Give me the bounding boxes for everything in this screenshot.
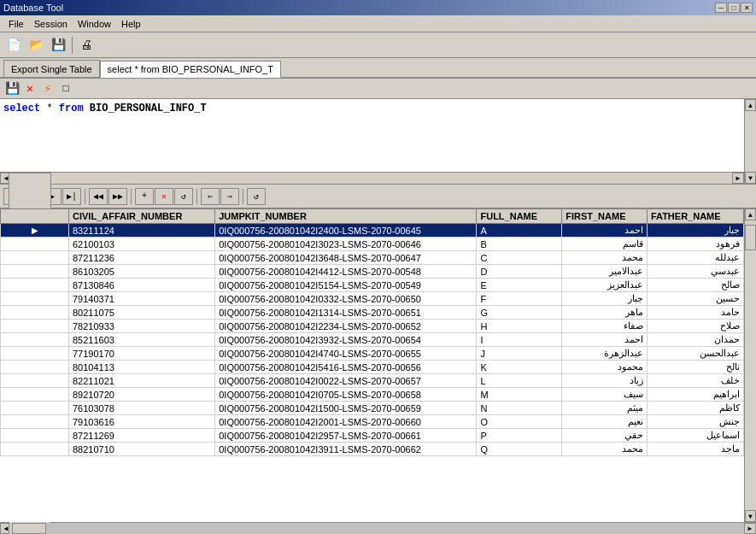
tab-export-single[interactable]: Export Single Table [3, 60, 100, 77]
table-row[interactable]: 822110210IQ000756-200801042I0022-LSMS-20… [1, 374, 744, 388]
table-row[interactable]: 861032050IQ000756-200801042I4412-LSMS-20… [1, 265, 744, 279]
nav-scroll-right-btn[interactable]: ⇒ [220, 188, 239, 205]
father-name-cell: حامد [647, 306, 743, 320]
table-row[interactable]: 771901700IQ000756-200801042I4740-LSMS-20… [1, 347, 744, 361]
civil-affair-cell: 85211603 [69, 333, 215, 347]
civil-affair-cell: 87211269 [69, 429, 215, 443]
nav-fast-next-btn[interactable]: ▶▶ [108, 188, 127, 205]
vscroll-up-btn[interactable]: ▲ [745, 208, 756, 220]
close-button[interactable]: ✕ [741, 3, 753, 13]
nav-add-btn[interactable]: + [135, 188, 154, 205]
nav-fast-prev-btn[interactable]: ◀◀ [89, 188, 108, 205]
table-row[interactable]: 801041130IQ000756-200801042I5416-LSMS-20… [1, 361, 744, 374]
full-name-cell: O [477, 415, 562, 429]
print-button[interactable]: 🖨 [76, 36, 97, 55]
col-first-name[interactable]: FIRST_NAME [562, 209, 648, 224]
hscroll-right-btn[interactable]: ▶ [732, 173, 744, 184]
vscroll-thumb[interactable] [745, 225, 756, 250]
nav-last-btn[interactable]: ▶| [62, 188, 81, 205]
table-row[interactable]: 872112690IQ000756-200801042I2957-LSMS-20… [1, 429, 744, 443]
father-name-cell: جبار [647, 224, 743, 238]
table-row[interactable]: 761030780IQ000756-200801042I1500-LSMS-20… [1, 402, 744, 415]
full-name-cell: J [477, 347, 562, 361]
qvscroll-track [745, 111, 756, 172]
father-name-cell: نالح [647, 361, 743, 374]
hscroll-right-btn[interactable]: ▶ [744, 523, 756, 534]
menu-help[interactable]: Help [116, 17, 146, 31]
father-name-cell: ابراهيم [647, 388, 743, 402]
first-name-cell: قاسم [562, 238, 648, 251]
col-jumpkit[interactable]: JUMPKIT_NUMBER [215, 209, 477, 224]
row-indicator [1, 306, 69, 320]
first-name-cell: زياد [562, 374, 648, 388]
qvscroll-down-btn[interactable]: ▼ [745, 172, 756, 184]
tab-query[interactable]: select * from BIO_PERSONAL_INFO_T [100, 61, 281, 78]
query-editor-area: select * from BIO_PERSONAL_INFO_T ◀ ▶ ▲ … [0, 99, 756, 185]
jumpkit-cell: 0IQ000756-200801042I3023-LSMS-2070-00646 [215, 238, 477, 251]
table-row[interactable]: ▶832111240IQ000756-200801042I2400-LSMS-2… [1, 224, 744, 238]
full-name-cell: E [477, 279, 562, 292]
father-name-cell: عبدالحسن [647, 347, 743, 361]
menu-file[interactable]: File [3, 17, 29, 31]
jumpkit-cell: 0IQ000756-200801042I2001-LSMS-2070-00660 [215, 415, 477, 429]
table-row[interactable]: 882107100IQ000756-200801042I3911-LSMS-20… [1, 443, 744, 456]
vscroll-down-btn[interactable]: ▼ [745, 510, 756, 522]
full-name-cell: C [477, 251, 562, 265]
open-button[interactable]: 📂 [26, 36, 46, 55]
save-button[interactable]: 💾 [48, 36, 68, 55]
row-indicator [1, 347, 69, 361]
ed-cancel-btn[interactable]: ✕ [21, 81, 38, 97]
menu-window[interactable]: Window [73, 17, 116, 31]
vscroll-track [745, 220, 756, 510]
table-row[interactable]: 871308460IQ000756-200801042I5154-LSMS-20… [1, 279, 744, 292]
row-indicator [1, 333, 69, 347]
table-row[interactable]: 872112360IQ000756-200801042I3648-LSMS-20… [1, 251, 744, 265]
first-name-cell: ماهر [562, 306, 648, 320]
row-indicator [1, 361, 69, 374]
qvscroll-up-btn[interactable]: ▲ [745, 99, 756, 111]
jumpkit-cell: 0IQ000756-200801042I3932-LSMS-2070-00654 [215, 333, 477, 347]
query-hscroll: ◀ ▶ [0, 172, 744, 184]
nav-scroll-left-btn[interactable]: ⇐ [201, 188, 220, 205]
nav-refresh-btn[interactable]: ↺ [174, 188, 193, 205]
nav-extra-btn[interactable]: ↺ [247, 188, 266, 205]
menu-session[interactable]: Session [29, 17, 73, 31]
first-name-cell: عبدالزهرة [562, 347, 648, 361]
hscroll-thumb[interactable] [12, 523, 46, 534]
tab-bar: Export Single Table select * from BIO_PE… [0, 58, 756, 79]
table-row[interactable]: 791403710IQ000756-200801042I0332-LSMS-20… [1, 292, 744, 306]
query-editor[interactable]: select * from BIO_PERSONAL_INFO_T [0, 99, 744, 172]
full-name-cell: D [477, 265, 562, 279]
table-row[interactable]: 791036160IQ000756-200801042I2001-LSMS-20… [1, 415, 744, 429]
first-name-cell: عبدالامير [562, 265, 648, 279]
table-row[interactable]: 621001030IQ000756-200801042I3023-LSMS-20… [1, 238, 744, 251]
nav-delete-btn[interactable]: ✕ [155, 188, 173, 205]
maximize-button[interactable]: □ [728, 3, 740, 13]
hscroll-track[interactable] [12, 523, 744, 534]
civil-affair-cell: 87130846 [69, 279, 215, 292]
table-row[interactable]: 892107200IQ000756-200801042I0705-LSMS-20… [1, 388, 744, 402]
col-civil-affair[interactable]: CIVIL_AFFAIR_NUMBER [69, 209, 215, 224]
data-grid-container[interactable]: CIVIL_AFFAIR_NUMBER JUMPKIT_NUMBER FULL_… [0, 208, 744, 522]
father-name-cell: كاظم [647, 402, 743, 415]
jumpkit-cell: 0IQ000756-200801042I1314-LSMS-2070-00651 [215, 306, 477, 320]
row-indicator: ▶ [1, 224, 69, 238]
jumpkit-cell: 0IQ000756-200801042I1500-LSMS-2070-00659 [215, 402, 477, 415]
first-name-cell: محمد [562, 443, 648, 456]
hscroll-track[interactable] [12, 173, 732, 184]
ed-save-btn[interactable]: 💾 [3, 81, 21, 97]
father-name-cell: حسين [647, 292, 743, 306]
title-bar: Database Tool ─ □ ✕ [0, 0, 756, 15]
new-button[interactable]: 📄 [3, 36, 24, 55]
nav-sep2 [131, 189, 132, 204]
ed-run-btn[interactable]: ⚡ [39, 81, 56, 97]
col-father-name[interactable]: FATHER_NAME [647, 209, 743, 224]
full-name-cell: G [477, 306, 562, 320]
table-row[interactable]: 782109330IQ000756-200801042I2234-LSMS-20… [1, 320, 744, 333]
vertical-scrollbar: ▲ ▼ [744, 208, 756, 522]
table-row[interactable]: 802110750IQ000756-200801042I1314-LSMS-20… [1, 306, 744, 320]
minimize-button[interactable]: ─ [715, 3, 727, 13]
ed-clear-btn[interactable]: □ [57, 81, 74, 97]
table-row[interactable]: 852116030IQ000756-200801042I3932-LSMS-20… [1, 333, 744, 347]
col-full-name[interactable]: FULL_NAME [477, 209, 562, 224]
